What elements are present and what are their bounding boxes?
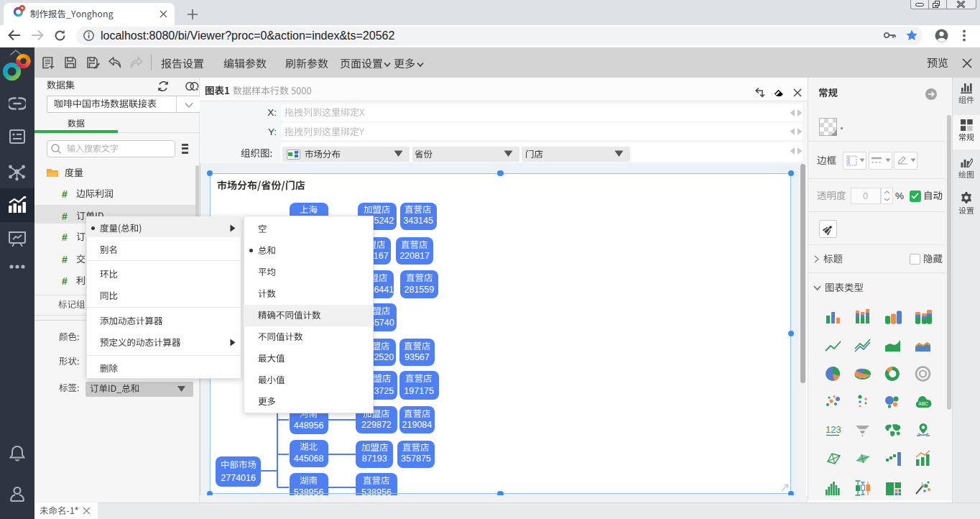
svg-text:123: 123 <box>826 424 841 435</box>
svg-text:ABC: ABC <box>918 401 928 406</box>
